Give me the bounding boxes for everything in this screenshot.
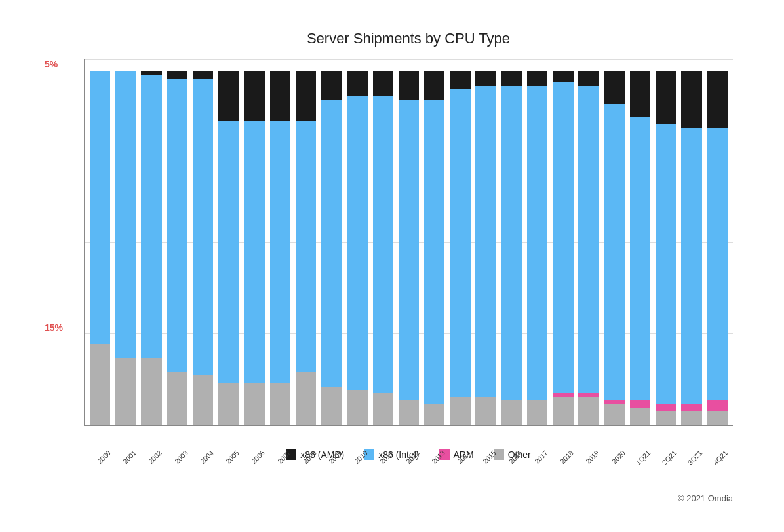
bar-seg-other bbox=[296, 372, 316, 425]
bar-seg-arm bbox=[656, 404, 676, 411]
bar-col-2009: 2009 bbox=[319, 59, 344, 425]
bar-seg-amd bbox=[193, 71, 213, 79]
bar-seg-other bbox=[167, 372, 187, 425]
bar-seg-amd bbox=[399, 71, 419, 100]
bar-seg-arm bbox=[681, 404, 701, 411]
bar-seg-amd bbox=[630, 71, 650, 117]
bar-col-2019: 2019 bbox=[576, 59, 601, 425]
bar-seg-amd bbox=[656, 71, 676, 124]
bar-seg-other bbox=[527, 400, 547, 425]
bar-seg-other bbox=[347, 390, 367, 425]
bar-col-2015: 2015 bbox=[473, 59, 499, 425]
bar-seg-other bbox=[553, 397, 573, 425]
bar-seg-intel bbox=[193, 79, 213, 376]
bar-seg-amd bbox=[450, 71, 470, 89]
bar-seg-other bbox=[578, 397, 598, 425]
bar-seg-intel bbox=[553, 82, 573, 393]
chart-title: Server Shipments by CPU Type bbox=[84, 30, 733, 47]
bar-seg-intel bbox=[424, 100, 444, 404]
y-label-mid: 15% bbox=[45, 322, 63, 333]
bar-col-2020: 2020 bbox=[602, 59, 627, 425]
y-axis: 5% 15% bbox=[45, 59, 63, 439]
bar-seg-amd bbox=[681, 71, 701, 128]
bar-seg-amd bbox=[347, 71, 367, 96]
bar-seg-other bbox=[424, 404, 444, 425]
bar-seg-other bbox=[115, 358, 136, 425]
bar-col-2011: 2011 bbox=[370, 59, 396, 425]
bar-col-2004: 2004 bbox=[190, 59, 216, 425]
bar-seg-other bbox=[630, 408, 650, 425]
bar-col-2001: 2001 bbox=[113, 59, 138, 425]
chart-container: Server Shipments by CPU Type 5% 15% 2000… bbox=[31, 17, 753, 515]
bar-col-2012: 2012 bbox=[396, 59, 421, 425]
bar-seg-intel bbox=[681, 128, 701, 404]
bar-seg-other bbox=[656, 411, 676, 425]
bar-col-4Q21: 4Q21 bbox=[705, 59, 730, 425]
bar-seg-amd bbox=[296, 71, 316, 121]
bar-col-2000: 2000 bbox=[87, 59, 113, 425]
copyright: © 2021 Omdia bbox=[678, 493, 733, 503]
bar-seg-intel bbox=[450, 89, 470, 397]
bar-seg-intel bbox=[656, 124, 676, 404]
bar-seg-arm bbox=[630, 400, 650, 408]
bar-seg-other bbox=[90, 344, 110, 425]
bar-seg-amd bbox=[604, 71, 625, 104]
bar-seg-other bbox=[501, 400, 522, 425]
bar-col-2007: 2007 bbox=[267, 59, 293, 425]
bar-seg-intel bbox=[218, 121, 239, 383]
bar-seg-intel bbox=[244, 121, 264, 383]
bar-seg-intel bbox=[115, 71, 136, 358]
bar-col-2003: 2003 bbox=[165, 59, 190, 425]
bar-seg-arm bbox=[707, 400, 728, 411]
bar-seg-intel bbox=[527, 86, 547, 401]
bar-seg-intel bbox=[604, 104, 625, 401]
bar-col-2013: 2013 bbox=[421, 59, 447, 425]
bar-seg-other bbox=[244, 383, 264, 425]
bar-seg-amd bbox=[578, 71, 598, 86]
bar-col-2010: 2010 bbox=[344, 59, 370, 425]
bar-seg-other bbox=[707, 411, 728, 425]
bar-col-2Q21: 2Q21 bbox=[653, 59, 678, 425]
bar-seg-other bbox=[141, 358, 161, 425]
bar-seg-other bbox=[218, 383, 239, 425]
bar-seg-intel bbox=[167, 79, 187, 372]
bar-seg-intel bbox=[321, 100, 342, 386]
bar-seg-other bbox=[373, 393, 393, 425]
bar-seg-amd bbox=[167, 71, 187, 79]
y-label-top: 5% bbox=[45, 59, 63, 69]
bar-seg-other bbox=[681, 411, 701, 425]
bar-col-3Q21: 3Q21 bbox=[678, 59, 704, 425]
bar-col-1Q21: 1Q21 bbox=[627, 59, 653, 425]
bar-seg-intel bbox=[373, 96, 393, 394]
bar-col-2018: 2018 bbox=[550, 59, 576, 425]
bar-seg-amd bbox=[244, 71, 264, 121]
bar-col-2002: 2002 bbox=[138, 59, 164, 425]
bar-seg-other bbox=[399, 400, 419, 425]
bar-seg-amd bbox=[424, 71, 444, 100]
bar-seg-other bbox=[193, 375, 213, 425]
bar-seg-amd bbox=[270, 71, 290, 121]
bar-seg-intel bbox=[399, 100, 419, 400]
bar-seg-other bbox=[321, 387, 342, 425]
bar-seg-amd bbox=[321, 71, 342, 100]
bar-col-2017: 2017 bbox=[524, 59, 550, 425]
bar-seg-other bbox=[475, 397, 496, 425]
bar-seg-intel bbox=[501, 86, 522, 401]
bar-seg-other bbox=[604, 404, 625, 425]
bar-seg-intel bbox=[141, 75, 161, 358]
bar-seg-amd bbox=[501, 71, 522, 86]
bar-seg-intel bbox=[630, 117, 650, 400]
chart-area: 2000200120022003200420052006200720082009… bbox=[84, 59, 733, 426]
bar-seg-other bbox=[450, 397, 470, 425]
bar-col-2005: 2005 bbox=[216, 59, 241, 425]
bar-col-2008: 2008 bbox=[293, 59, 319, 425]
bar-seg-intel bbox=[475, 86, 496, 397]
bar-seg-intel bbox=[347, 96, 367, 390]
bar-seg-amd bbox=[527, 71, 547, 86]
bar-seg-intel bbox=[90, 71, 110, 344]
bars-wrapper: 2000200120022003200420052006200720082009… bbox=[85, 59, 733, 425]
bar-col-2016: 2016 bbox=[499, 59, 524, 425]
bar-seg-intel bbox=[296, 121, 316, 372]
bar-seg-amd bbox=[475, 71, 496, 86]
bar-seg-amd bbox=[707, 71, 728, 128]
